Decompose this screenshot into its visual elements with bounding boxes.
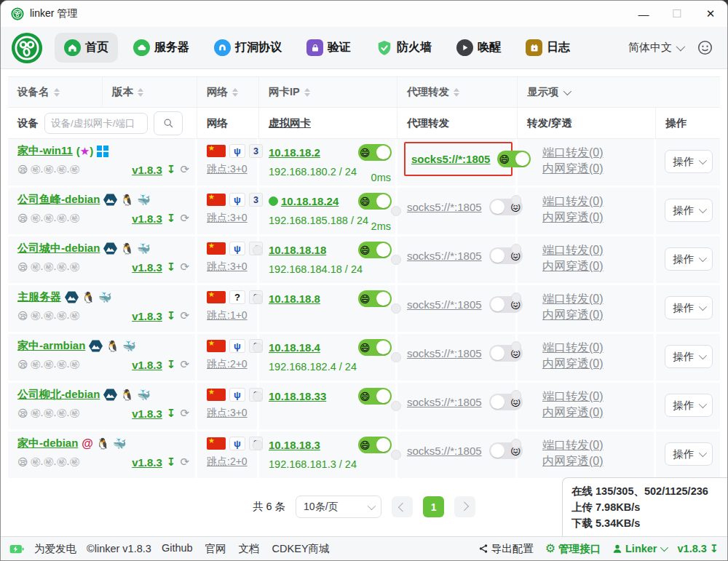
download-icon[interactable]: ↧ (167, 358, 176, 371)
ip-toggle[interactable]: 😄 (358, 388, 392, 405)
col-proxy[interactable]: 代理转发 (397, 77, 518, 107)
proxy-address-link[interactable]: socks5://*:1805 (407, 396, 482, 408)
app-version[interactable]: v1.8.3 ↧ (678, 543, 719, 554)
sort-icon[interactable] (138, 88, 143, 97)
page-size-select[interactable]: 10条/页 (296, 496, 381, 518)
col-device-name[interactable]: 设备名 (8, 77, 103, 107)
version-link[interactable]: v1.8.3 (132, 261, 162, 274)
refresh-icon[interactable]: ⟳ (180, 358, 189, 371)
prev-page-button[interactable] (392, 496, 413, 517)
action-button[interactable]: 操作 (665, 247, 713, 271)
page-1-button[interactable]: 1 (423, 496, 444, 517)
device-name-link[interactable]: 家中-armbian (17, 339, 85, 353)
action-button[interactable]: 操作 (665, 199, 713, 222)
download-icon[interactable]: ↧ (167, 163, 176, 176)
close-button[interactable]: ✕ (694, 1, 727, 27)
hops-link[interactable]: 跳点:2+0 (207, 358, 248, 371)
port-forward-link[interactable]: 端口转发(0) (542, 146, 604, 159)
proxy-address-link[interactable]: socks5://*:1805 (407, 250, 482, 262)
action-button[interactable]: 操作 (665, 150, 713, 173)
refresh-icon[interactable]: ⟳ (180, 163, 189, 176)
download-icon[interactable]: ↧ (167, 212, 176, 225)
device-name-link[interactable]: 公司鱼峰-debian (17, 193, 100, 207)
virtual-ip-link[interactable]: 10.18.18.8 (269, 293, 320, 305)
tunnel-link[interactable]: 内网穿透(0) (542, 211, 604, 223)
proxy-address-link[interactable]: socks5://*:1805 (407, 201, 482, 213)
version-link[interactable]: v1.8.3 (132, 310, 162, 322)
tunnel-link[interactable]: 内网穿透(0) (542, 357, 604, 370)
statusbar-link[interactable]: 文档 (239, 542, 260, 556)
virtual-ip-link[interactable]: 10.18.18.2 (269, 146, 320, 159)
statusbar-link[interactable]: 官网 (205, 542, 226, 556)
refresh-icon[interactable]: ⟳ (180, 260, 189, 274)
statusbar-link[interactable]: CDKEY商城 (272, 542, 330, 556)
theme-toggle-icon[interactable] (697, 40, 713, 55)
device-name-link[interactable]: 家中-debian (17, 437, 78, 450)
hops-link[interactable]: 跳点:3+0 (207, 407, 248, 420)
col-display-options[interactable]: 显示项 (518, 77, 721, 107)
ip-toggle[interactable]: 😄 (358, 437, 392, 453)
tunnel-link[interactable]: 内网穿透(0) (542, 260, 604, 272)
virtual-ip-link[interactable]: 10.18.18.3 (269, 439, 320, 451)
action-button[interactable]: 操作 (665, 394, 713, 417)
refresh-icon[interactable]: ⟳ (180, 407, 189, 420)
device-name-link[interactable]: 主服务器 (17, 290, 61, 304)
account-menu[interactable]: Linker (612, 543, 666, 554)
statusbar-link[interactable]: Github (162, 542, 193, 556)
export-config-button[interactable]: 导出配置 (478, 542, 534, 556)
nav-item-logs[interactable]: 日志 (516, 33, 579, 63)
virtual-ip-link[interactable]: 10.18.18.4 (269, 341, 320, 354)
port-forward-link[interactable]: 端口转发(0) (542, 195, 604, 207)
col-version[interactable]: 版本 (103, 77, 197, 107)
download-icon[interactable]: ↧ (167, 309, 176, 322)
proxy-address-link[interactable]: socks5://*:1805 (407, 347, 482, 359)
hops-link[interactable]: 跳点:1+0 (207, 309, 248, 322)
version-link[interactable]: v1.8.3 (132, 456, 162, 469)
search-input[interactable] (44, 113, 148, 134)
subcol-virtual-nic[interactable]: 虚拟网卡 (259, 108, 397, 138)
nav-item-auth[interactable]: 验证 (297, 33, 360, 63)
minimize-button[interactable]: — (627, 1, 660, 27)
version-link[interactable]: v1.8.3 (132, 359, 162, 371)
virtual-ip-link[interactable]: 10.18.18.24 (281, 195, 339, 207)
download-icon[interactable]: ↧ (167, 407, 176, 420)
ip-toggle[interactable]: 😄 (358, 193, 392, 210)
nav-item-punch[interactable]: 打洞协议 (205, 33, 291, 63)
refresh-icon[interactable]: ⟳ (180, 212, 189, 225)
nav-item-wake[interactable]: 唤醒 (447, 33, 510, 63)
version-link[interactable]: v1.8.3 (132, 407, 162, 420)
nav-item-server[interactable]: 服务器 (124, 33, 199, 63)
action-button[interactable]: 操作 (665, 296, 713, 319)
refresh-icon[interactable]: ⟳ (180, 309, 189, 322)
device-name-link[interactable]: 公司柳北-debian (17, 388, 100, 402)
version-link[interactable]: v1.8.3 (132, 164, 162, 176)
proxy-address-link[interactable]: socks5://*:1805 (407, 298, 482, 311)
port-forward-link[interactable]: 端口转发(0) (542, 439, 604, 451)
refresh-icon[interactable]: ⟳ (180, 455, 189, 469)
tunnel-link[interactable]: 内网穿透(0) (542, 309, 604, 321)
action-button[interactable]: 操作 (665, 442, 713, 466)
sort-icon[interactable] (54, 88, 60, 97)
device-name-link[interactable]: 家中-win11 (17, 144, 73, 158)
donate-link[interactable]: 为爱发电 (34, 542, 76, 556)
nav-item-firewall[interactable]: 防火墙 (366, 33, 441, 63)
hops-link[interactable]: 跳点:3+0 (207, 163, 248, 176)
sort-icon[interactable] (232, 88, 238, 97)
proxy-address-link[interactable]: socks5://*:1805 (407, 445, 482, 457)
download-icon[interactable]: ↧ (167, 260, 176, 274)
download-icon[interactable]: ↧ (167, 455, 176, 469)
ip-toggle[interactable]: 😄 (358, 144, 392, 161)
maximize-button[interactable]: ☐ (660, 1, 694, 27)
tunnel-link[interactable]: 内网穿透(0) (542, 162, 604, 175)
hops-link[interactable]: 跳点:3+0 (207, 260, 248, 274)
version-link[interactable]: v1.8.3 (132, 212, 162, 225)
col-network[interactable]: 网络 (197, 77, 259, 107)
ip-toggle[interactable]: 😄 (358, 290, 392, 307)
admin-api-button[interactable]: ⚙ 管理接口 (545, 542, 601, 556)
ip-toggle[interactable]: 😄 (358, 242, 392, 258)
port-forward-link[interactable]: 端口转发(0) (542, 293, 604, 305)
port-forward-link[interactable]: 端口转发(0) (542, 341, 604, 354)
proxy-address-link[interactable]: socks5://*:1805 (411, 153, 490, 165)
virtual-ip-link[interactable]: 10.18.18.18 (269, 244, 326, 256)
action-button[interactable]: 操作 (665, 345, 713, 368)
